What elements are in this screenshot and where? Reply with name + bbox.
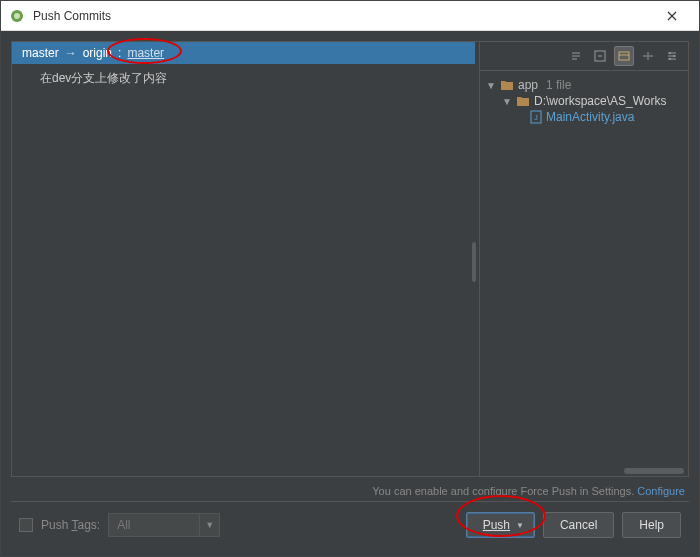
h-scrollbar[interactable]	[480, 468, 688, 476]
chevron-down-icon[interactable]: ▼	[486, 80, 496, 91]
colon: :	[118, 46, 121, 60]
titlebar: Push Commits	[1, 1, 699, 31]
diff-icon[interactable]	[638, 46, 658, 66]
force-push-hint: You can enable and configure Force Push …	[11, 477, 689, 501]
remote-branch[interactable]: master	[127, 46, 164, 60]
arrow-icon: →	[65, 46, 77, 60]
help-button-label: Help	[639, 518, 664, 532]
push-tags-combo[interactable]: ▼	[108, 513, 220, 537]
remote-name: origin	[83, 46, 112, 60]
files-toolbar	[480, 42, 688, 71]
chevron-down-icon[interactable]: ▼	[199, 514, 219, 536]
svg-point-4	[669, 52, 671, 54]
svg-point-1	[14, 13, 20, 19]
expand-all-icon[interactable]	[566, 46, 586, 66]
group-by-icon[interactable]	[614, 46, 634, 66]
folder-icon	[500, 79, 514, 91]
push-tags-checkbox[interactable]	[19, 518, 33, 532]
commit-message[interactable]: 在dev分支上修改了内容	[12, 64, 475, 93]
hint-text: You can enable and configure Force Push …	[372, 485, 634, 497]
dialog-body: master → origin : master 在dev分支上修改了内容	[1, 31, 699, 556]
files-panel: ▼ app 1 file ▼ D:\workspace\AS_Works	[479, 41, 689, 477]
cancel-button-label: Cancel	[560, 518, 597, 532]
push-tags-value	[109, 518, 199, 532]
file-tree[interactable]: ▼ app 1 file ▼ D:\workspace\AS_Works	[480, 71, 688, 468]
push-button-label: Push	[483, 518, 510, 532]
tree-root-count: 1 file	[546, 78, 571, 92]
app-icon	[9, 8, 25, 24]
branch-row[interactable]: master → origin : master	[12, 42, 475, 64]
tree-file-label: MainActivity.java	[546, 110, 634, 124]
folder-icon	[516, 95, 530, 107]
commits-panel: master → origin : master 在dev分支上修改了内容	[11, 41, 475, 477]
chevron-down-icon[interactable]: ▼	[516, 521, 524, 530]
push-tags-label: Push Tags:	[41, 518, 100, 532]
dialog-footer: Push Tags: ▼ Push ▼ Cancel Help	[11, 501, 689, 546]
window-title: Push Commits	[33, 9, 649, 23]
push-commits-dialog: Push Commits master → origin : master 在d…	[0, 0, 700, 557]
svg-point-5	[673, 55, 675, 57]
local-branch: master	[22, 46, 59, 60]
configure-link[interactable]: Configure	[637, 485, 685, 497]
svg-rect-3	[619, 52, 629, 60]
tree-path-label: D:\workspace\AS_Works	[534, 94, 667, 108]
svg-point-6	[669, 58, 671, 60]
tree-root-label: app	[518, 78, 538, 92]
chevron-down-icon[interactable]: ▼	[502, 96, 512, 107]
java-file-icon: J	[530, 110, 542, 124]
scrollbar-thumb[interactable]	[472, 242, 476, 282]
close-button[interactable]	[649, 2, 695, 30]
cancel-button[interactable]: Cancel	[543, 512, 614, 538]
svg-text:J: J	[534, 114, 538, 121]
tree-root[interactable]: ▼ app 1 file	[484, 77, 684, 93]
settings-icon[interactable]	[662, 46, 682, 66]
collapse-all-icon[interactable]	[590, 46, 610, 66]
tree-path[interactable]: ▼ D:\workspace\AS_Works	[484, 93, 684, 109]
help-button[interactable]: Help	[622, 512, 681, 538]
push-button[interactable]: Push ▼	[466, 512, 535, 538]
main-split: master → origin : master 在dev分支上修改了内容	[11, 41, 689, 477]
tree-file[interactable]: J MainActivity.java	[484, 109, 684, 125]
h-scroll-thumb[interactable]	[624, 468, 684, 474]
